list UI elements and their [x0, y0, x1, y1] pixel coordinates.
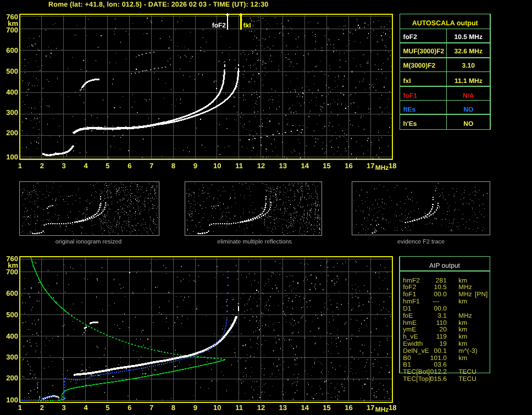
svg-text:8: 8 — [171, 162, 175, 170]
svg-text:32.6 MHz: 32.6 MHz — [455, 47, 483, 55]
svg-text:3: 3 — [62, 162, 66, 170]
svg-text:9: 9 — [193, 403, 197, 412]
svg-text:TEC[Top]: TEC[Top] — [403, 375, 430, 383]
svg-text:300: 300 — [6, 353, 18, 361]
svg-text:400: 400 — [6, 332, 18, 340]
svg-text:foF1: foF1 — [403, 92, 418, 99]
svg-text:ftEs: ftEs — [403, 106, 416, 113]
svg-text:AIP output: AIP output — [429, 262, 460, 269]
svg-text:17: 17 — [367, 403, 374, 412]
svg-text:eliminate multiple reflections: eliminate multiple reflections — [217, 239, 292, 245]
svg-text:200: 200 — [6, 374, 18, 382]
svg-text:3: 3 — [62, 403, 66, 412]
svg-text:16: 16 — [345, 403, 352, 412]
svg-text:13: 13 — [279, 403, 287, 412]
svg-text:100: 100 — [6, 153, 18, 161]
svg-text:7: 7 — [149, 162, 153, 170]
svg-text:4: 4 — [84, 403, 88, 412]
svg-text:N/A: N/A — [463, 92, 474, 99]
svg-text:MHz: MHz — [375, 164, 389, 171]
svg-text:12: 12 — [257, 162, 265, 170]
svg-text:17: 17 — [367, 162, 374, 170]
svg-text:fxI: fxI — [243, 21, 251, 29]
svg-text:16: 16 — [345, 162, 352, 170]
svg-text:foF2: foF2 — [212, 21, 226, 29]
svg-text:9: 9 — [193, 162, 197, 170]
svg-text:Rome (lat: +41.8, lon: 012.5): Rome (lat: +41.8, lon: 012.5) - DATE: 20… — [48, 1, 268, 8]
svg-text:600: 600 — [6, 46, 18, 54]
svg-text:1: 1 — [18, 403, 22, 412]
svg-text:5: 5 — [106, 403, 109, 412]
svg-text:MHz: MHz — [375, 406, 389, 413]
svg-text:5: 5 — [106, 162, 109, 170]
svg-text:700: 700 — [6, 26, 18, 34]
svg-text:AUTOSCALA output: AUTOSCALA output — [412, 19, 479, 27]
svg-text:12: 12 — [257, 403, 265, 412]
svg-text:18: 18 — [389, 403, 396, 412]
svg-text:4: 4 — [84, 162, 88, 170]
svg-text:km: km — [458, 297, 467, 305]
svg-text:10: 10 — [213, 403, 221, 412]
svg-text:200: 200 — [6, 129, 18, 137]
svg-text:11: 11 — [235, 162, 243, 170]
svg-text:NO: NO — [463, 120, 473, 128]
svg-text:015.6: 015.6 — [430, 375, 447, 383]
svg-text:500: 500 — [6, 67, 18, 75]
svg-text:700: 700 — [6, 268, 18, 276]
svg-text:100: 100 — [6, 396, 18, 404]
svg-text:2: 2 — [40, 162, 44, 170]
svg-text:km: km — [458, 354, 467, 362]
svg-text:evidence F2 trace: evidence F2 trace — [397, 239, 445, 245]
svg-text:600: 600 — [6, 289, 18, 297]
svg-text:6: 6 — [128, 162, 131, 170]
svg-text:18: 18 — [389, 162, 396, 170]
svg-text:M(3000)F2: M(3000)F2 — [403, 62, 436, 69]
svg-text:MUF(3000)F2: MUF(3000)F2 — [403, 47, 445, 55]
svg-text:7: 7 — [149, 403, 153, 412]
svg-text:8: 8 — [171, 403, 175, 412]
svg-text:original ionogram resized: original ionogram resized — [56, 239, 122, 245]
svg-text:6: 6 — [128, 403, 131, 412]
svg-text:foF2: foF2 — [403, 33, 418, 41]
svg-text:13: 13 — [279, 162, 287, 170]
svg-text:300: 300 — [6, 108, 18, 117]
svg-text:NO: NO — [463, 106, 473, 113]
svg-text:15: 15 — [323, 162, 330, 170]
svg-text:[PN]: [PN] — [475, 290, 488, 298]
svg-text:14: 14 — [301, 403, 309, 412]
svg-text:h'Es: h'Es — [403, 120, 417, 128]
svg-text:400: 400 — [6, 88, 18, 96]
svg-text:1: 1 — [18, 162, 22, 170]
svg-text:3.10: 3.10 — [462, 62, 475, 69]
svg-text:fxI: fxI — [403, 77, 411, 85]
svg-text:10: 10 — [213, 162, 221, 170]
svg-text:14: 14 — [301, 162, 309, 170]
svg-text:10.5 MHz: 10.5 MHz — [455, 33, 483, 41]
svg-text:11.1 MHz: 11.1 MHz — [455, 77, 483, 85]
svg-text:2: 2 — [40, 403, 44, 412]
svg-text:15: 15 — [323, 403, 330, 412]
svg-text:11: 11 — [235, 403, 243, 412]
svg-text:500: 500 — [6, 311, 18, 319]
svg-text:TECU: TECU — [458, 375, 476, 383]
